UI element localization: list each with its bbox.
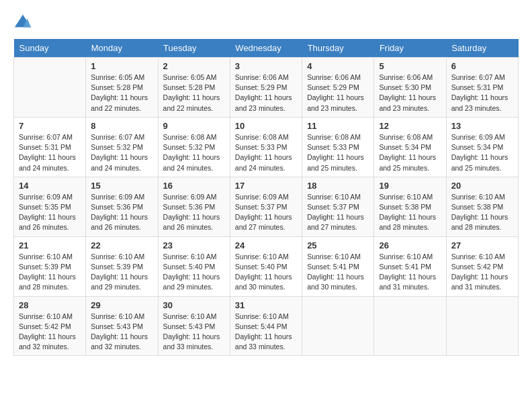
day-info: Sunrise: 6:10 AMSunset: 5:42 PMDaylight:…: [451, 252, 513, 293]
day-info: Sunrise: 6:10 AMSunset: 5:40 PMDaylight:…: [163, 252, 225, 293]
calendar-cell: 18Sunrise: 6:10 AMSunset: 5:37 PMDayligh…: [302, 177, 374, 236]
day-info: Sunrise: 6:07 AMSunset: 5:31 PMDaylight:…: [451, 73, 513, 113]
day-info: Sunrise: 6:06 AMSunset: 5:30 PMDaylight:…: [379, 73, 441, 113]
day-number: 1: [91, 61, 152, 71]
day-number: 20: [451, 181, 513, 191]
calendar-cell: 10Sunrise: 6:08 AMSunset: 5:33 PMDayligh…: [230, 117, 302, 177]
day-number: 17: [235, 181, 297, 191]
calendar-cell: 7Sunrise: 6:07 AMSunset: 5:31 PMDaylight…: [14, 117, 86, 177]
day-info: Sunrise: 6:08 AMSunset: 5:32 PMDaylight:…: [163, 132, 225, 173]
calendar-cell: 27Sunrise: 6:10 AMSunset: 5:42 PMDayligh…: [446, 236, 518, 296]
header-day: Thursday: [302, 39, 374, 58]
day-number: 19: [379, 181, 441, 191]
day-info: Sunrise: 6:09 AMSunset: 5:37 PMDaylight:…: [235, 192, 297, 233]
day-info: Sunrise: 6:10 AMSunset: 5:43 PMDaylight:…: [91, 312, 152, 353]
calendar-cell: 8Sunrise: 6:07 AMSunset: 5:32 PMDaylight…: [86, 117, 158, 177]
calendar-cell: 14Sunrise: 6:09 AMSunset: 5:35 PMDayligh…: [14, 177, 86, 236]
day-info: Sunrise: 6:05 AMSunset: 5:28 PMDaylight:…: [163, 73, 225, 113]
calendar-cell: 31Sunrise: 6:10 AMSunset: 5:44 PMDayligh…: [230, 296, 302, 356]
calendar-cell: 26Sunrise: 6:10 AMSunset: 5:41 PMDayligh…: [374, 236, 446, 296]
day-number: 9: [163, 121, 225, 131]
day-info: Sunrise: 6:07 AMSunset: 5:32 PMDaylight:…: [91, 132, 152, 173]
calendar-cell: 25Sunrise: 6:10 AMSunset: 5:41 PMDayligh…: [302, 236, 374, 296]
calendar-cell: 9Sunrise: 6:08 AMSunset: 5:32 PMDaylight…: [158, 117, 230, 177]
calendar-cell: 3Sunrise: 6:06 AMSunset: 5:29 PMDaylight…: [230, 58, 302, 118]
calendar-table: SundayMondayTuesdayWednesdayThursdayFrid…: [13, 39, 519, 356]
day-number: 6: [451, 61, 513, 71]
day-number: 5: [379, 61, 441, 71]
day-number: 7: [19, 121, 81, 131]
logo: [13, 13, 35, 32]
calendar-cell: [374, 296, 446, 356]
calendar-cell: [302, 296, 374, 356]
day-info: Sunrise: 6:10 AMSunset: 5:40 PMDaylight:…: [235, 252, 297, 293]
day-info: Sunrise: 6:10 AMSunset: 5:43 PMDaylight:…: [163, 312, 225, 353]
calendar-cell: 11Sunrise: 6:08 AMSunset: 5:33 PMDayligh…: [302, 117, 374, 177]
day-info: Sunrise: 6:06 AMSunset: 5:29 PMDaylight:…: [307, 73, 369, 113]
day-number: 4: [307, 61, 369, 71]
day-number: 28: [19, 300, 81, 310]
day-info: Sunrise: 6:07 AMSunset: 5:31 PMDaylight:…: [19, 132, 81, 173]
day-info: Sunrise: 6:08 AMSunset: 5:34 PMDaylight:…: [379, 132, 441, 173]
logo-icon: [13, 13, 32, 32]
day-number: 31: [235, 300, 297, 310]
calendar-cell: 28Sunrise: 6:10 AMSunset: 5:42 PMDayligh…: [14, 296, 86, 356]
calendar-cell: 22Sunrise: 6:10 AMSunset: 5:39 PMDayligh…: [86, 236, 158, 296]
calendar-cell: [446, 296, 518, 356]
day-info: Sunrise: 6:10 AMSunset: 5:38 PMDaylight:…: [451, 192, 513, 233]
calendar-cell: 23Sunrise: 6:10 AMSunset: 5:40 PMDayligh…: [158, 236, 230, 296]
day-number: 2: [163, 61, 225, 71]
day-number: 22: [91, 240, 152, 250]
day-info: Sunrise: 6:10 AMSunset: 5:39 PMDaylight:…: [91, 252, 152, 293]
day-info: Sunrise: 6:09 AMSunset: 5:36 PMDaylight:…: [163, 192, 225, 233]
day-number: 13: [451, 121, 513, 131]
day-number: 23: [163, 240, 225, 250]
day-number: 27: [451, 240, 513, 250]
calendar-week: 14Sunrise: 6:09 AMSunset: 5:35 PMDayligh…: [14, 177, 519, 236]
header-day: Monday: [86, 39, 158, 58]
header-day: Friday: [374, 39, 446, 58]
header-day: Sunday: [14, 39, 86, 58]
day-info: Sunrise: 6:10 AMSunset: 5:44 PMDaylight:…: [235, 312, 297, 353]
calendar-cell: 24Sunrise: 6:10 AMSunset: 5:40 PMDayligh…: [230, 236, 302, 296]
calendar-cell: 16Sunrise: 6:09 AMSunset: 5:36 PMDayligh…: [158, 177, 230, 236]
day-info: Sunrise: 6:10 AMSunset: 5:37 PMDaylight:…: [307, 192, 369, 233]
day-info: Sunrise: 6:10 AMSunset: 5:42 PMDaylight:…: [19, 312, 81, 353]
calendar-week: 1Sunrise: 6:05 AMSunset: 5:28 PMDaylight…: [14, 58, 519, 118]
calendar-cell: 30Sunrise: 6:10 AMSunset: 5:43 PMDayligh…: [158, 296, 230, 356]
calendar-cell: 13Sunrise: 6:09 AMSunset: 5:34 PMDayligh…: [446, 117, 518, 177]
calendar-cell: [14, 58, 86, 118]
day-info: Sunrise: 6:10 AMSunset: 5:41 PMDaylight:…: [307, 252, 369, 293]
calendar-cell: 21Sunrise: 6:10 AMSunset: 5:39 PMDayligh…: [14, 236, 86, 296]
day-number: 21: [19, 240, 81, 250]
day-number: 12: [379, 121, 441, 131]
day-info: Sunrise: 6:05 AMSunset: 5:28 PMDaylight:…: [91, 73, 152, 113]
day-info: Sunrise: 6:09 AMSunset: 5:34 PMDaylight:…: [451, 132, 513, 173]
day-number: 11: [307, 121, 369, 131]
day-number: 25: [307, 240, 369, 250]
day-number: 18: [307, 181, 369, 191]
calendar-cell: 20Sunrise: 6:10 AMSunset: 5:38 PMDayligh…: [446, 177, 518, 236]
day-info: Sunrise: 6:10 AMSunset: 5:38 PMDaylight:…: [379, 192, 441, 233]
day-number: 14: [19, 181, 81, 191]
day-info: Sunrise: 6:09 AMSunset: 5:35 PMDaylight:…: [19, 192, 81, 233]
day-number: 10: [235, 121, 297, 131]
day-info: Sunrise: 6:10 AMSunset: 5:41 PMDaylight:…: [379, 252, 441, 293]
day-info: Sunrise: 6:08 AMSunset: 5:33 PMDaylight:…: [307, 132, 369, 173]
day-info: Sunrise: 6:06 AMSunset: 5:29 PMDaylight:…: [235, 73, 297, 113]
calendar-cell: 19Sunrise: 6:10 AMSunset: 5:38 PMDayligh…: [374, 177, 446, 236]
day-info: Sunrise: 6:10 AMSunset: 5:39 PMDaylight:…: [19, 252, 81, 293]
header-row: SundayMondayTuesdayWednesdayThursdayFrid…: [14, 39, 519, 58]
calendar-cell: 15Sunrise: 6:09 AMSunset: 5:36 PMDayligh…: [86, 177, 158, 236]
calendar-cell: 12Sunrise: 6:08 AMSunset: 5:34 PMDayligh…: [374, 117, 446, 177]
page-header: [13, 13, 519, 32]
day-number: 26: [379, 240, 441, 250]
calendar-week: 7Sunrise: 6:07 AMSunset: 5:31 PMDaylight…: [14, 117, 519, 177]
header-day: Tuesday: [158, 39, 230, 58]
day-number: 29: [91, 300, 152, 310]
calendar-cell: 4Sunrise: 6:06 AMSunset: 5:29 PMDaylight…: [302, 58, 374, 118]
header-day: Wednesday: [230, 39, 302, 58]
calendar-cell: 5Sunrise: 6:06 AMSunset: 5:30 PMDaylight…: [374, 58, 446, 118]
calendar-cell: 6Sunrise: 6:07 AMSunset: 5:31 PMDaylight…: [446, 58, 518, 118]
calendar-cell: 29Sunrise: 6:10 AMSunset: 5:43 PMDayligh…: [86, 296, 158, 356]
